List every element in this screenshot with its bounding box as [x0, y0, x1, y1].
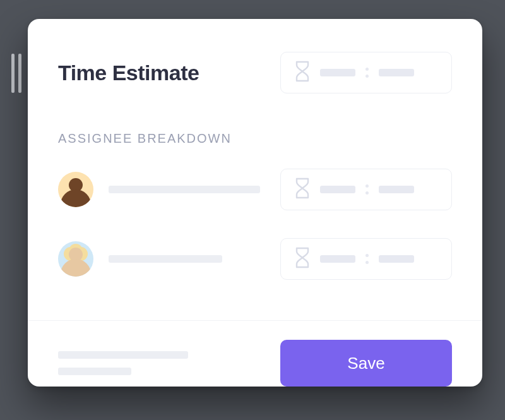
dialog-header: Time Estimate	[58, 52, 452, 93]
avatar	[58, 241, 93, 277]
total-time-input[interactable]	[280, 52, 452, 93]
hours-placeholder[interactable]	[320, 69, 355, 76]
minutes-placeholder[interactable]	[379, 255, 414, 263]
dialog-title: Time Estimate	[58, 61, 199, 85]
time-fields	[320, 68, 440, 78]
hourglass-icon	[295, 177, 310, 201]
assignee-time-input[interactable]	[280, 238, 452, 280]
time-separator	[365, 68, 369, 78]
time-separator	[365, 184, 369, 195]
time-fields	[320, 184, 440, 195]
assignee-row	[58, 169, 452, 210]
hours-placeholder[interactable]	[320, 255, 355, 263]
minutes-placeholder[interactable]	[379, 186, 414, 193]
footer-summary	[58, 351, 188, 375]
hourglass-icon	[295, 61, 310, 85]
background-decoration	[11, 54, 21, 93]
dialog-footer: Save	[28, 320, 482, 411]
save-button[interactable]: Save	[280, 340, 452, 387]
time-fields	[320, 254, 440, 264]
assignee-info	[58, 172, 260, 207]
breakdown-section-label: ASSIGNEE BREAKDOWN	[58, 131, 452, 146]
hourglass-icon	[295, 247, 310, 271]
footer-line-1	[58, 351, 188, 359]
assignee-name-placeholder	[109, 186, 260, 193]
hours-placeholder[interactable]	[320, 186, 355, 193]
assignee-row	[58, 238, 452, 280]
time-separator	[365, 254, 369, 264]
assignee-time-input[interactable]	[280, 169, 452, 210]
avatar	[58, 172, 93, 207]
footer-line-2	[58, 368, 131, 375]
assignee-name-placeholder	[109, 255, 222, 263]
assignee-info	[58, 241, 222, 277]
time-estimate-dialog: Time Estimate ASSIGNEE BREAKDOWN	[28, 19, 482, 387]
minutes-placeholder[interactable]	[379, 69, 414, 76]
